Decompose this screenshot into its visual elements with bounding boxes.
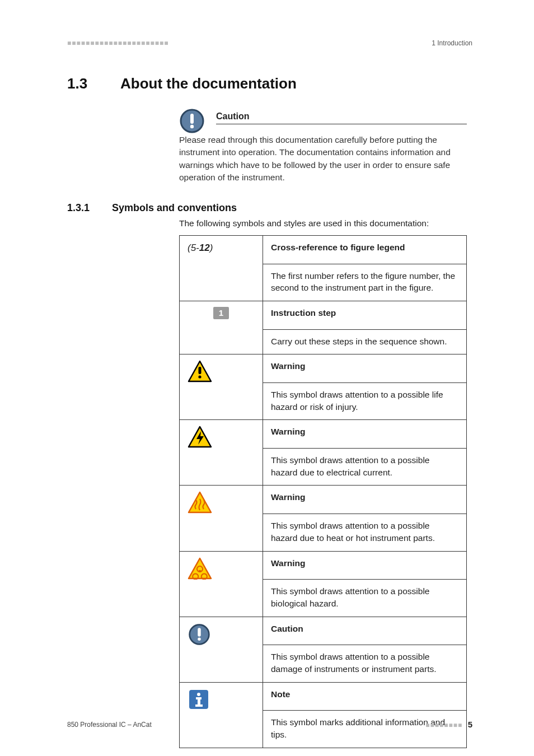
table-row: Warning: [180, 551, 467, 580]
header-dashes: ■■■■■■■■■■■■■■■■■■■■■■: [67, 39, 168, 47]
crossref-title: Cross-reference to figure legend: [263, 235, 467, 264]
warning-life-title: Warning: [263, 354, 467, 383]
note-title: Note: [263, 682, 467, 711]
crossref-desc: The first number refers to the figure nu…: [263, 264, 467, 301]
warning-bio-desc: This symbol draws attention to a possibl…: [263, 580, 467, 617]
warning-electric-title: Warning: [263, 420, 467, 449]
warning-electric-icon: [180, 420, 263, 486]
warning-heat-desc: This symbol draws attention to a possibl…: [263, 514, 467, 551]
page-footer: 850 Professional IC – AnCat ■■■■■■■■ 5: [67, 720, 472, 729]
table-row: Warning: [180, 354, 467, 383]
symbols-table: (5-12) Cross-reference to figure legend …: [179, 235, 467, 748]
table-row: (5-12) Cross-reference to figure legend: [180, 235, 467, 264]
footer-dashes: ■■■■■■■■: [425, 721, 462, 729]
table-row: Caution: [180, 617, 467, 645]
caution-title: Caution: [216, 111, 467, 124]
svg-point-13: [198, 637, 200, 640]
warning-heat-icon: [180, 486, 263, 551]
table-row: 1 Instruction step: [180, 301, 467, 329]
table-row: Note: [180, 682, 467, 711]
warning-life-desc: This symbol draws attention to a possibl…: [263, 383, 467, 420]
footer-product: 850 Professional IC – AnCat: [67, 721, 152, 729]
svg-point-15: [197, 693, 200, 696]
table-row: Warning: [180, 420, 467, 449]
step-symbol: 1: [180, 301, 263, 354]
chapter-label: 1 Introduction: [432, 39, 472, 47]
section-heading: 1.3About the documentation: [67, 75, 472, 92]
warning-bio-title: Warning: [263, 551, 467, 580]
section-title: About the documentation: [120, 75, 297, 92]
svg-rect-4: [199, 367, 202, 374]
warning-bio-icon: [180, 551, 263, 617]
page-header: ■■■■■■■■■■■■■■■■■■■■■■ 1 Introduction: [67, 39, 472, 47]
warning-electric-desc: This symbol draws attention to a possibl…: [263, 449, 467, 486]
subsection-number: 1.3.1: [67, 202, 112, 214]
caution-icon: [179, 108, 205, 134]
caution-row-icon: [180, 617, 263, 682]
step-title: Instruction step: [263, 301, 467, 329]
note-desc: This symbol marks additional information…: [263, 711, 467, 748]
table-row: Warning: [180, 486, 467, 514]
warning-heat-title: Warning: [263, 486, 467, 514]
step-desc: Carry out these steps in the sequence sh…: [263, 329, 467, 354]
page-number: 5: [468, 720, 472, 729]
svg-point-2: [190, 125, 194, 128]
note-icon: [180, 682, 263, 748]
svg-point-5: [198, 376, 201, 379]
caution-callout: Caution Please read through this documen…: [179, 108, 467, 184]
caution-text: Please read through this documentation c…: [179, 134, 467, 184]
crossref-symbol: (5-12): [180, 235, 263, 301]
svg-rect-1: [190, 114, 194, 124]
svg-marker-9: [189, 558, 211, 578]
warning-life-icon: [180, 354, 263, 420]
svg-rect-18: [195, 704, 203, 707]
subsection-heading: 1.3.1Symbols and conventions: [67, 202, 472, 214]
section-number: 1.3: [67, 75, 120, 92]
subsection-intro: The following symbols and styles are use…: [179, 218, 467, 228]
svg-rect-12: [198, 628, 200, 637]
subsection-title: Symbols and conventions: [112, 202, 237, 213]
caution-row-desc: This symbol draws attention to a possibl…: [263, 645, 467, 682]
caution-row-title: Caution: [263, 617, 467, 645]
svg-rect-17: [198, 697, 200, 706]
